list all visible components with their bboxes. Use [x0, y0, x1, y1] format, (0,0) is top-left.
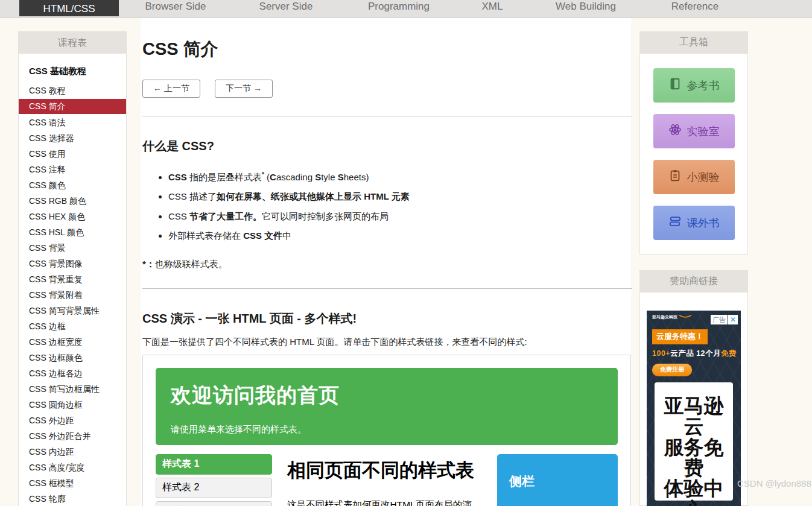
- nav-tab-server-side[interactable]: Server Side: [251, 0, 321, 16]
- ad-logo-text: 亚马逊云科技: [652, 315, 677, 319]
- demo-sidebar-text: 侧边栏其实就是一种比较经典的网站导航设计，它的形式通常为竖向的一列，展示在网站的…: [509, 502, 606, 506]
- sidebar-item-css-border[interactable]: CSS 边框: [19, 318, 126, 334]
- stylesheet-2-button[interactable]: 样式表 2: [156, 478, 272, 498]
- ad-headline-line1: 亚马逊云: [655, 396, 733, 437]
- sidebar-item-css-background[interactable]: CSS 背景: [19, 240, 126, 256]
- text: CSS 描述了: [168, 191, 217, 201]
- sidebar-item-css-colors[interactable]: CSS 颜色: [19, 177, 126, 193]
- sidebar-item-css-comments[interactable]: CSS 注释: [19, 162, 126, 177]
- what-is-css-heading: 什么是 CSS?: [142, 138, 631, 154]
- nav-tab-web-building[interactable]: Web Building: [549, 0, 623, 16]
- ad-offer-line: 100+云产品 12个月免费: [652, 349, 741, 359]
- list-item: CSS 描述了如何在屏幕、纸张或其他媒体上显示 HTML 元素: [168, 189, 631, 203]
- offer-number: 100+: [652, 349, 670, 358]
- css-demo-heading: CSS 演示 - 一张 HTML 页面 - 多个样式!: [142, 311, 631, 327]
- demo-banner: 欢迎访问我的首页 请使用菜单来选择不同的样式表。: [156, 368, 618, 445]
- demo-article: 相同页面不同的样式表 这是不同样式表如何更改HTML页面布局的演示。您可以通过在…: [287, 454, 482, 506]
- sidebar-item-css-hsl[interactable]: CSS HSL 颜色: [19, 224, 126, 240]
- ad-promo-badge: 云服务特惠！: [652, 329, 708, 344]
- divider: [142, 288, 632, 289]
- sidebar-item-css-bg-repeat[interactable]: CSS 背景重复: [19, 271, 126, 287]
- sponsor-links-title: 赞助商链接: [639, 270, 748, 292]
- tool-button-label: 参考书: [687, 78, 720, 93]
- sidebar-item-css-margin[interactable]: CSS 外边距: [19, 413, 126, 428]
- sidebar-item-css-outline[interactable]: CSS 轮廓: [19, 491, 126, 506]
- bold-text: CSS 文件: [243, 230, 282, 241]
- sidebar-item-css-height-width[interactable]: CSS 高度/宽度: [19, 460, 126, 475]
- ad-register-button[interactable]: 免费注册: [652, 364, 692, 376]
- sidebar-item-css-padding[interactable]: CSS 内边距: [19, 444, 126, 460]
- sidebar-item-css-border-width[interactable]: CSS 边框宽度: [19, 334, 126, 350]
- sidebar-item-css-border-shorthand[interactable]: CSS 简写边框属性: [19, 381, 126, 397]
- stylesheet-3-button[interactable]: 样式表 3: [156, 501, 272, 506]
- extracurricular-books-button[interactable]: 课外书: [653, 206, 735, 240]
- nav-tab-xml[interactable]: XML: [474, 0, 510, 16]
- main-content: CSS 简介 ← 上一节 下一节 → 什么是 CSS? CSS 指的是层叠样式表…: [141, 18, 631, 506]
- footnote-text: 也称级联样式表。: [155, 259, 227, 269]
- text: CSS: [168, 211, 189, 221]
- nav-tab-programming[interactable]: Programming: [362, 0, 436, 16]
- offer-text: 云产品 12个月: [670, 349, 721, 358]
- course-section-css-basics[interactable]: CSS 基础教程: [19, 60, 126, 83]
- toolbox-title: 工具箱: [639, 31, 748, 53]
- sidebar-item-css-rgb[interactable]: CSS RGB 颜色: [19, 193, 126, 209]
- bold-text: S: [315, 172, 321, 182]
- books-icon: [668, 215, 682, 231]
- text: ascading: [276, 172, 315, 182]
- text: (: [264, 172, 270, 182]
- sidebar-item-css-intro-active[interactable]: CSS 简介: [19, 99, 126, 114]
- demo-intro-text: 下面是一张提供了四个不同样式表的 HTML 页面。请单击下面的样式表链接，来查看…: [142, 337, 631, 348]
- nav-tab-html-css[interactable]: HTML/CSS: [19, 0, 119, 16]
- divider: [142, 116, 632, 116]
- nav-tab-reference[interactable]: Reference: [665, 0, 725, 16]
- stylesheet-1-button[interactable]: 样式表 1: [156, 454, 272, 475]
- laboratory-button[interactable]: 实验室: [653, 114, 735, 148]
- next-lesson-button[interactable]: 下一节 →: [215, 80, 273, 98]
- sidebar-item-css-bg-image[interactable]: CSS 背景图像: [19, 256, 126, 271]
- text: tyle: [321, 172, 338, 182]
- text: 指的是层叠样式表: [187, 172, 262, 182]
- prev-lesson-button[interactable]: ← 上一节: [142, 80, 200, 98]
- bold-text: CSS: [168, 172, 187, 182]
- amazon-cloud-ad[interactable]: 亚马逊云科技 广告 ✕ 云服务特惠！ 100+云产品 12个月免费 免费注册 亚…: [647, 311, 741, 506]
- toolbox-panel: 参考书 实验室 小测验 课外书: [639, 53, 748, 255]
- sidebar-item-css-rounded-border[interactable]: CSS 圆角边框: [19, 397, 126, 413]
- sidebar-item-css-howto[interactable]: CSS 使用: [19, 146, 126, 162]
- footnote-star: *：: [142, 259, 155, 269]
- ad-headline-line2: 服务免费: [655, 437, 733, 479]
- quiz-button[interactable]: 小测验: [653, 160, 735, 194]
- sidebar-item-css-hex[interactable]: CSS HEX 颜色: [19, 209, 126, 224]
- bold-text: 节省了大量工作。: [189, 211, 262, 221]
- amazon-smile-icon: [679, 315, 692, 318]
- atom-icon: [668, 123, 682, 139]
- book-icon: [668, 77, 682, 93]
- sidebar-item-css-bg-attachment[interactable]: CSS 背景附着: [19, 287, 126, 303]
- sidebar-item-css-border-color[interactable]: CSS 边框颜色: [19, 350, 126, 365]
- demo-article-text: 这是不同样式表如何更改HTML页面布局的演示。您可以通过在菜单中选择不同的样式表…: [287, 496, 482, 506]
- sidebar-item-css-syntax[interactable]: CSS 语法: [19, 115, 126, 130]
- reference-book-button[interactable]: 参考书: [653, 68, 735, 103]
- sidebar-item-css-selectors[interactable]: CSS 选择器: [19, 130, 126, 146]
- sidebar-item-css-bg-shorthand[interactable]: CSS 简写背景属性: [19, 303, 126, 318]
- demo-body: 样式表 1 样式表 2 样式表 3 样式表 4 无样式表 相同页面不同的样式表 …: [156, 454, 618, 506]
- demo-banner-title: 欢迎访问我的首页: [171, 382, 603, 410]
- ad-close-icon[interactable]: ✕: [728, 315, 738, 324]
- demo-stylesheet-menu: 样式表 1 样式表 2 样式表 3 样式表 4 无样式表: [156, 454, 272, 506]
- css-facts-list: CSS 指的是层叠样式表* (Cascading Style Sheets) C…: [142, 170, 631, 242]
- bold-text: C: [270, 172, 276, 182]
- text: 外部样式表存储在: [168, 230, 243, 241]
- nav-tab-browser-side[interactable]: Browser Side: [139, 0, 212, 16]
- sidebar-item-css-margin-collapse[interactable]: CSS 外边距合并: [19, 428, 126, 444]
- text: 它可以同时控制多张网页的布局: [262, 211, 389, 221]
- bold-text: S: [338, 172, 344, 182]
- sidebar-item-css-box-model[interactable]: CSS 框模型: [19, 475, 126, 491]
- ad-headline-card: 亚马逊云 服务免费 体验中心 亚马逊云科技: [655, 382, 733, 501]
- right-sidebar: 工具箱 参考书 实验室 小测验 课外书 赞助商链接 亚马逊云科技: [639, 31, 748, 506]
- sidebar-item-css-tutorial[interactable]: CSS 教程: [19, 83, 126, 98]
- list-item: CSS 指的是层叠样式表* (Cascading Style Sheets): [168, 170, 631, 184]
- course-list: CSS 基础教程 CSS 教程 CSS 简介 CSS 语法 CSS 选择器 CS…: [19, 54, 126, 506]
- ad-controls: 广告 ✕: [711, 315, 738, 324]
- sidebar-item-css-border-sides[interactable]: CSS 边框各边: [19, 365, 126, 381]
- demo-sidebar-heading: 侧栏: [509, 473, 606, 490]
- list-item: CSS 节省了大量工作。它可以同时控制多张网页的布局: [168, 209, 631, 223]
